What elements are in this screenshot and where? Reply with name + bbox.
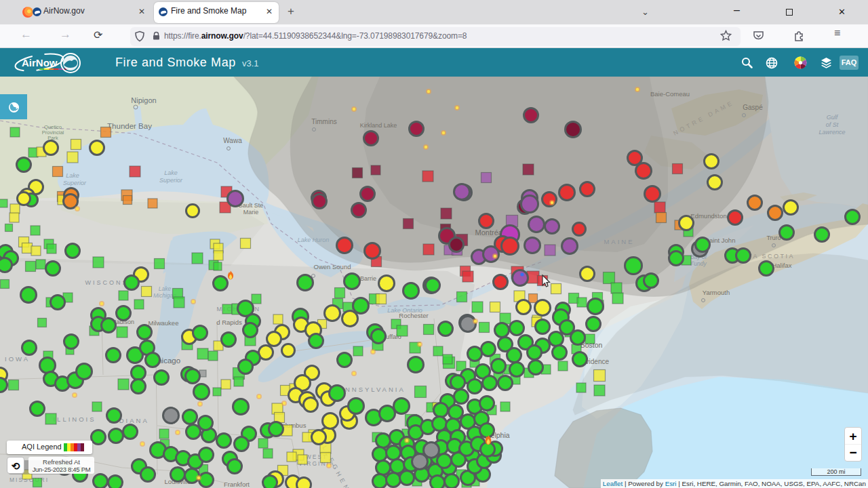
svg-text:Marie: Marie — [243, 209, 259, 216]
svg-text:Owen Sound: Owen Sound — [314, 263, 351, 270]
svg-text:Lake: Lake — [66, 172, 79, 179]
svg-text:Barrie: Barrie — [360, 275, 376, 282]
svg-text:Montréal: Montréal — [475, 228, 505, 237]
svg-text:Frankfort: Frankfort — [224, 481, 250, 488]
svg-text:Truro: Truro — [766, 235, 781, 241]
svg-text:Gulf: Gulf — [827, 114, 839, 121]
svg-text:Superior: Superior — [159, 177, 183, 184]
svg-text:Yarmouth: Yarmouth — [703, 289, 730, 296]
svg-text:Fundy: Fundy — [690, 260, 707, 267]
svg-text:Baie-Comeau: Baie-Comeau — [650, 90, 690, 98]
svg-text:ILLINOIS: ILLINOIS — [53, 415, 96, 423]
svg-text:Edmundston: Edmundston — [690, 212, 726, 220]
svg-text:Gaspé: Gaspé — [743, 104, 763, 111]
svg-text:Timmins: Timmins — [311, 118, 336, 125]
svg-text:d Rapids: d Rapids — [216, 319, 242, 326]
svg-text:Lake: Lake — [159, 285, 172, 292]
svg-text:Wawa: Wawa — [223, 137, 242, 144]
svg-text:Halifax: Halifax — [772, 262, 791, 269]
svg-text:Rochester: Rochester — [399, 312, 428, 319]
svg-text:Nipigon: Nipigon — [131, 96, 156, 104]
svg-text:AirNow: AirNow — [22, 57, 58, 68]
svg-text:Lake: Lake — [164, 169, 178, 176]
svg-text:Superior: Superior — [63, 180, 87, 186]
svg-text:Milwaukee: Milwaukee — [149, 319, 179, 327]
svg-text:MAINE: MAINE — [604, 238, 634, 245]
svg-text:Thunder Bay: Thunder Bay — [107, 122, 152, 130]
svg-text:Kirkland Lake: Kirkland Lake — [360, 122, 397, 129]
svg-text:Lawrence: Lawrence — [818, 129, 845, 136]
svg-text:Lake Huron: Lake Huron — [298, 237, 330, 243]
svg-text:IOWA: IOWA — [5, 355, 30, 363]
svg-text:of St: of St — [826, 121, 839, 128]
